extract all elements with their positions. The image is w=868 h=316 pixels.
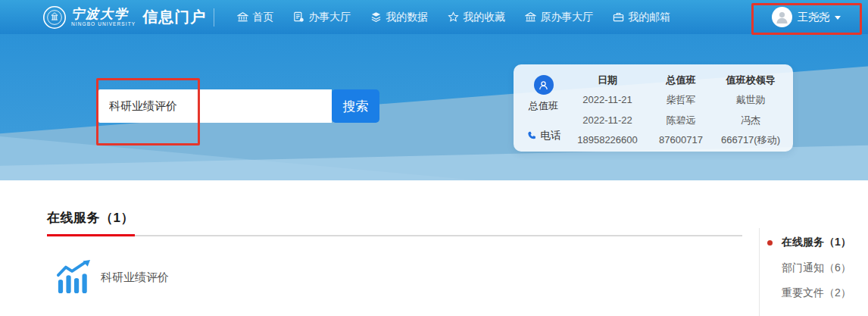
service-label: 科研业绩评价 [101, 271, 169, 285]
duty-phone-block: 电话 [526, 129, 561, 142]
nav-item-home[interactable]: 首页 [237, 11, 273, 24]
avatar-person-icon [774, 9, 790, 25]
side-nav-online-services[interactable]: 在线服务（1） [782, 236, 851, 249]
university-logo[interactable]: 宁波大学 NINGBO UNIVERSITY 信息门户 [42, 5, 206, 30]
bank-icon [525, 11, 536, 23]
duty-cell-name: 冯杰 [741, 114, 760, 127]
person-circle-icon [534, 75, 554, 95]
bank-icon [237, 11, 248, 23]
duty-cell-name: 戴世勋 [736, 93, 766, 107]
user-menu[interactable]: 王尧尧 [772, 0, 841, 34]
duty-col-header: 日期 [598, 74, 617, 87]
side-nav-rail [759, 228, 760, 316]
duty-chief-label: 总值班 [529, 99, 558, 113]
duty-schedule-table: 日期 总值班 值班校领导 2022-11-21 柴哲军 戴世勋 2022-11-… [566, 70, 788, 145]
nav-item-mailbox[interactable]: 我的邮箱 [613, 11, 670, 24]
university-seal-icon [42, 5, 67, 30]
duty-cell-phone: 18958226600 [577, 134, 638, 145]
briefcase-icon [613, 11, 624, 23]
portal-page: 宁波大学 NINGBO UNIVERSITY 信息门户 首页 办事大厅 [0, 0, 868, 316]
duty-cell-phone: 666717(移动) [721, 133, 780, 147]
nav-label: 首页 [252, 11, 273, 24]
duty-col-header: 总值班 [667, 74, 696, 87]
duty-card-side: 总值班 电话 [521, 70, 566, 145]
section-divider [47, 235, 742, 236]
avatar [772, 7, 792, 27]
main-nav: 首页 办事大厅 我的数据 我 [237, 11, 670, 24]
duty-cell-name: 陈碧远 [667, 114, 696, 127]
nav-label: 办事大厅 [308, 11, 351, 24]
user-name: 王尧尧 [798, 11, 829, 24]
duty-cell-date: 2022-11-22 [582, 114, 632, 126]
header-divider [214, 8, 214, 27]
data-layers-icon [370, 11, 382, 23]
side-nav-important-files[interactable]: 重要文件（2） [782, 286, 851, 300]
nav-label: 我的邮箱 [628, 11, 670, 24]
duty-chief-block: 总值班 [529, 75, 558, 113]
duty-cell-phone: 87600717 [659, 134, 703, 145]
duty-info-card: 总值班 电话 日期 总值班 值班校领导 2022-11-21 柴哲军 戴世勋 2… [514, 64, 793, 152]
duty-phone-label: 电话 [541, 129, 561, 142]
nav-label: 原办事大厅 [540, 11, 593, 24]
caret-down-icon [835, 16, 841, 20]
duty-cell-name: 柴哲军 [667, 93, 696, 107]
nav-item-service-hall[interactable]: 办事大厅 [293, 11, 351, 24]
university-name: 宁波大学 NINGBO UNIVERSITY [71, 8, 136, 27]
search-input[interactable] [98, 89, 332, 123]
hero-banner: 搜索 总值班 电话 [0, 34, 868, 180]
side-nav-department-notices[interactable]: 部门通知（6） [782, 261, 851, 275]
service-item-research-evaluation[interactable]: 科研业绩评价 [56, 259, 169, 296]
nav-item-old-service-hall[interactable]: 原办事大厅 [525, 11, 593, 24]
nav-item-favorites[interactable]: 我的收藏 [448, 11, 505, 24]
section-divider-accent [47, 234, 135, 236]
duty-col-header: 值班校领导 [726, 74, 776, 87]
star-icon [448, 11, 459, 23]
search-button[interactable]: 搜索 [332, 89, 379, 123]
section-title: 在线服务（1） [47, 209, 134, 227]
portal-title: 信息门户 [142, 7, 206, 27]
form-doc-icon [293, 11, 304, 23]
top-header: 宁波大学 NINGBO UNIVERSITY 信息门户 首页 办事大厅 [0, 0, 868, 34]
university-name-cn: 宁波大学 [71, 8, 136, 20]
active-dot-icon [767, 240, 773, 246]
university-name-en: NINGBO UNIVERSITY [71, 22, 136, 27]
nav-item-my-data[interactable]: 我的数据 [370, 11, 428, 24]
phone-icon [526, 130, 537, 141]
nav-label: 我的收藏 [463, 11, 505, 24]
trend-bar-chart-icon [56, 259, 91, 296]
nav-label: 我的数据 [386, 11, 428, 24]
duty-cell-date: 2022-11-21 [582, 94, 632, 105]
